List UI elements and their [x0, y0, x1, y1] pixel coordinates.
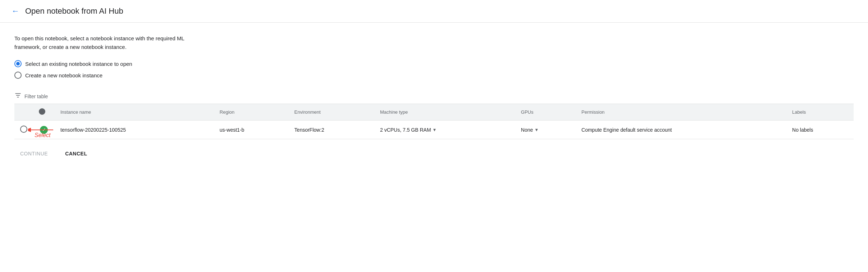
select-arrow-annotation: Select	[28, 126, 57, 144]
radio-new-label: Create a new notebook instance	[25, 72, 102, 78]
col-region: Region	[214, 104, 289, 121]
back-icon: ←	[12, 6, 19, 16]
col-machine-type: Machine type	[374, 104, 515, 121]
row-permission: Compute Engine default service account	[576, 121, 786, 139]
status-header-dot	[39, 108, 45, 115]
machine-type-value: 2 vCPUs, 7.5 GB RAM	[380, 127, 431, 133]
col-permission: Permission	[576, 104, 786, 121]
radio-existing[interactable]: Select an existing notebook instance to …	[14, 60, 854, 67]
radio-existing-label: Select an existing notebook instance to …	[25, 61, 132, 67]
radio-group: Select an existing notebook instance to …	[14, 60, 854, 79]
filter-label: Filter table	[24, 94, 48, 99]
row-gpus[interactable]: None ▼	[515, 121, 576, 139]
footer-actions: CONTINUE CANCEL	[14, 141, 854, 167]
col-instance-name: Instance name	[55, 104, 214, 121]
page-header: ← Open notebook from AI Hub	[0, 0, 868, 23]
continue-button[interactable]: CONTINUE	[14, 148, 54, 159]
col-status	[33, 104, 55, 121]
description-text: To open this notebook, select a notebook…	[14, 34, 854, 51]
page-title: Open notebook from AI Hub	[25, 6, 123, 16]
machine-type-chevron: ▼	[433, 127, 437, 132]
cancel-button[interactable]: CANCEL	[59, 148, 93, 159]
row-select-radio[interactable]	[20, 126, 27, 133]
row-select-cell[interactable]: Select	[14, 121, 33, 139]
table-row: Select ✓ tensorflow-20200225-100525 us-w…	[14, 121, 854, 139]
filter-icon	[14, 92, 22, 101]
radio-new-circle[interactable]	[14, 72, 22, 79]
instances-table: Instance name Region Environment Machine…	[14, 104, 854, 139]
row-labels: No labels	[786, 121, 854, 139]
col-gpus: GPUs	[515, 104, 576, 121]
gpus-chevron: ▼	[534, 127, 539, 132]
radio-existing-circle[interactable]	[14, 60, 22, 67]
svg-text:Select: Select	[35, 132, 51, 138]
row-machine-type[interactable]: 2 vCPUs, 7.5 GB RAM ▼	[374, 121, 515, 139]
col-select	[14, 104, 33, 121]
gpus-value: None	[521, 127, 533, 133]
gpus-dropdown[interactable]: None ▼	[521, 127, 539, 133]
machine-type-dropdown[interactable]: 2 vCPUs, 7.5 GB RAM ▼	[380, 127, 437, 133]
col-environment: Environment	[289, 104, 374, 121]
col-labels: Labels	[786, 104, 854, 121]
row-instance-name: tensorflow-20200225-100525	[55, 121, 214, 139]
radio-new[interactable]: Create a new notebook instance	[14, 72, 854, 79]
row-region: us-west1-b	[214, 121, 289, 139]
row-environment: TensorFlow:2	[289, 121, 374, 139]
main-content: To open this notebook, select a notebook…	[0, 23, 868, 178]
table-body: Select ✓ tensorflow-20200225-100525 us-w…	[14, 121, 854, 139]
table-header: Instance name Region Environment Machine…	[14, 104, 854, 121]
back-button[interactable]: ←	[12, 6, 19, 16]
filter-bar[interactable]: Filter table	[14, 89, 854, 104]
